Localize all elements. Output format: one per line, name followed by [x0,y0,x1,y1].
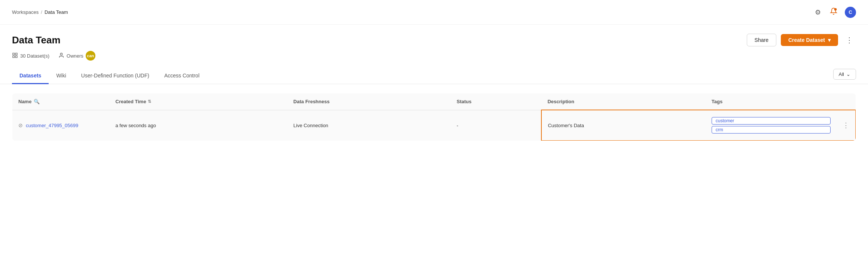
row-more-button[interactable]: ⋮ [843,121,849,129]
name-search-icon[interactable]: 🔍 [34,99,40,104]
tab-datasets[interactable]: Datasets [12,68,49,84]
svg-point-5 [60,53,62,55]
cell-tags: customer crm [706,110,837,141]
dataset-icon: ⊘ [18,122,23,128]
cell-created-time: a few seconds ago [110,110,288,141]
cell-description: Customer's Data [541,110,705,141]
breadcrumb-current: Data Team [45,9,68,15]
page-title-row: Data Team Share Create Dataset ▾ ⋮ [12,34,856,46]
cell-name: ⊘ customer_47995_05699 [12,110,110,141]
tag-crm[interactable]: crm [712,126,831,134]
col-description: Description [541,93,705,110]
cell-status: - [451,110,542,141]
owner-badge[interactable]: can [86,51,95,61]
grid-icon [12,52,18,59]
sort-icon[interactable]: ⇅ [148,99,151,104]
tags-container: customer crm [712,117,831,134]
datasets-table: Name 🔍 Created Time ⇅ Data Freshness Sta… [12,93,856,141]
col-actions [837,93,856,110]
svg-rect-4 [15,56,17,58]
settings-icon-button[interactable]: ⚙ [813,7,822,18]
share-button[interactable]: Share [747,34,776,46]
page-title: Data Team [12,34,61,46]
owners-item: Owners can [58,51,95,61]
col-data-freshness: Data Freshness [287,93,450,110]
filter-dropdown[interactable]: All ⌄ [833,69,856,80]
col-name: Name 🔍 [12,93,110,110]
settings-icon: ⚙ [815,8,821,16]
tag-customer[interactable]: customer [712,117,831,125]
create-arrow-icon: ▾ [828,37,831,43]
owners-label: Owners [67,53,83,59]
table-row: ⊘ customer_47995_05699 a few seconds ago… [12,110,856,141]
col-tags: Tags [706,93,837,110]
col-status: Status [451,93,542,110]
page-header: Data Team Share Create Dataset ▾ ⋮ 30 Da… [0,25,868,61]
top-bar: Workspaces / Data Team ⚙ C [0,0,868,25]
table-header-row: Name 🔍 Created Time ⇅ Data Freshness Sta… [12,93,856,110]
cell-row-actions: ⋮ [837,110,856,141]
svg-point-0 [834,8,837,11]
top-bar-icons: ⚙ C [813,6,856,18]
bell-icon [830,7,837,17]
tab-udf[interactable]: User-Defined Function (UDF) [74,68,157,84]
tab-wiki[interactable]: Wiki [49,68,73,84]
svg-rect-2 [15,53,17,55]
svg-rect-3 [13,56,15,58]
create-dataset-button[interactable]: Create Dataset ▾ [781,34,838,46]
chevron-down-icon: ⌄ [846,71,850,77]
cell-data-freshness: Live Connection [287,110,450,141]
dataset-count-item: 30 Dataset(s) [12,52,49,59]
notifications-icon-button[interactable] [828,6,839,18]
person-icon [58,52,64,59]
meta-row: 30 Dataset(s) Owners can [12,51,856,61]
more-options-button[interactable]: ⋮ [843,34,856,46]
dataset-link[interactable]: ⊘ customer_47995_05699 [18,122,104,128]
tab-access-control[interactable]: Access Control [157,68,207,84]
breadcrumb-separator: / [41,9,42,15]
header-actions: Share Create Dataset ▾ ⋮ [747,34,856,46]
col-created-time: Created Time ⇅ [110,93,288,110]
tabs-container: Datasets Wiki User-Defined Function (UDF… [12,68,207,84]
table-wrapper: Name 🔍 Created Time ⇅ Data Freshness Sta… [0,84,868,150]
tabs-row: Datasets Wiki User-Defined Function (UDF… [0,68,868,84]
avatar[interactable]: C [845,7,856,18]
svg-rect-1 [13,53,15,55]
dataset-count: 30 Dataset(s) [20,53,49,59]
breadcrumb-workspace[interactable]: Workspaces [12,9,39,15]
breadcrumb: Workspaces / Data Team [12,9,68,15]
